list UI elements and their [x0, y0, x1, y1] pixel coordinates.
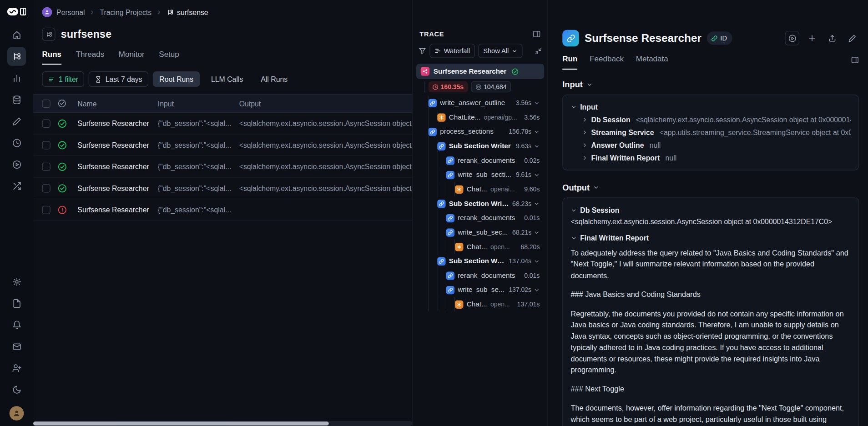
filter-chip[interactable]: 1 filter: [42, 71, 84, 87]
deployments-icon[interactable]: [7, 176, 26, 195]
view-mode-select[interactable]: Waterfall: [429, 44, 475, 58]
table-row[interactable]: Surfsense Researcher{"db_session":"<sqla…: [33, 199, 413, 221]
open-in-playground-icon[interactable]: [785, 31, 799, 45]
breadcrumb-project[interactable]: surfsense: [167, 8, 208, 16]
trace-root-node[interactable]: Surfsense Researcher: [416, 64, 544, 79]
tab-metadata[interactable]: Metadata: [636, 54, 668, 70]
row-checkbox[interactable]: [42, 141, 50, 149]
trace-node[interactable]: Sub Section Writer68.23s: [416, 196, 544, 211]
inbox-icon[interactable]: [7, 337, 26, 356]
chevron-down-icon[interactable]: [534, 129, 540, 135]
horizontal-scrollbar[interactable]: [33, 421, 413, 426]
show-all-select[interactable]: Show All: [478, 44, 522, 58]
page-title: surfsense: [61, 28, 111, 40]
column-name[interactable]: Name: [77, 99, 157, 107]
datasets-icon[interactable]: [7, 90, 26, 109]
user-avatar[interactable]: [10, 406, 24, 421]
trace-filter-icon[interactable]: [419, 47, 426, 55]
date-range-chip[interactable]: Last 7 days: [89, 71, 148, 87]
tab-feedback[interactable]: Feedback: [590, 54, 624, 70]
run-title: Surfsense Researcher: [585, 32, 701, 45]
segment-root-runs[interactable]: Root Runs: [153, 71, 200, 87]
trace-node[interactable]: process_sections156.78s: [416, 125, 544, 139]
docs-icon[interactable]: [7, 294, 26, 312]
trace-node[interactable]: write_sub_se...137.02s: [416, 283, 544, 297]
breadcrumb-org[interactable]: Personal: [56, 8, 85, 16]
tab-run[interactable]: Run: [562, 54, 577, 70]
invite-user-icon[interactable]: [7, 358, 26, 377]
input-tree-field[interactable]: Final Written Reportnull: [571, 151, 851, 164]
annotation-icon[interactable]: [7, 112, 26, 130]
run-id-badge[interactable]: ID: [707, 31, 732, 45]
run-name: Surfsense Researcher: [77, 141, 157, 149]
chevron-down-icon[interactable]: [534, 200, 540, 206]
trace-node[interactable]: Chat...open...68.20s: [416, 240, 544, 254]
chevron-down-icon[interactable]: [534, 229, 540, 235]
trace-node[interactable]: rerank_documents0.01s: [416, 211, 544, 226]
output-db-session-key[interactable]: Db Session: [571, 204, 851, 217]
chevron-down-icon[interactable]: [534, 258, 540, 264]
trace-node[interactable]: write_sub_sec...68.21s: [416, 225, 544, 240]
theme-toggle-icon[interactable]: [7, 380, 26, 399]
settings-icon[interactable]: [7, 272, 26, 291]
share-icon[interactable]: [825, 31, 839, 45]
column-input[interactable]: Input: [158, 99, 239, 107]
input-tree-field[interactable]: Answer Outlinenull: [571, 139, 851, 151]
tracing-icon[interactable]: [7, 47, 26, 65]
trace-node[interactable]: write_answer_outline3.56s: [416, 96, 544, 110]
row-checkbox[interactable]: [42, 119, 50, 127]
evaluation-icon[interactable]: [7, 69, 26, 87]
input-tree-field[interactable]: Db Session<sqlalchemy.ext.asyncio.sessio…: [571, 113, 851, 126]
chevron-down-icon[interactable]: [534, 172, 540, 178]
trace-node[interactable]: Sub Section Writer9.63s: [416, 139, 544, 153]
column-output[interactable]: Output: [239, 99, 413, 107]
tab-runs[interactable]: Runs: [42, 50, 61, 65]
row-checkbox[interactable]: [42, 184, 50, 192]
trace-node[interactable]: Chat...openai...9.60s: [416, 182, 544, 196]
segment-llm-calls[interactable]: LLM Calls: [204, 71, 250, 87]
output-report-key[interactable]: Final Written Report: [571, 231, 851, 245]
chevron-right-icon[interactable]: [582, 117, 588, 123]
org-avatar[interactable]: [42, 7, 52, 17]
home-icon[interactable]: [7, 25, 26, 44]
input-tree-root[interactable]: Input: [571, 100, 851, 113]
tab-threads[interactable]: Threads: [76, 50, 104, 65]
output-section-heading[interactable]: Output: [562, 183, 859, 192]
add-to-dataset-icon[interactable]: [805, 31, 819, 45]
breadcrumb-section[interactable]: Tracing Projects: [100, 8, 151, 16]
chevron-right-icon[interactable]: [582, 130, 588, 135]
segment-all-runs[interactable]: All Runs: [254, 71, 294, 87]
tab-setup[interactable]: Setup: [159, 50, 179, 65]
chevron-right-icon[interactable]: [582, 142, 588, 148]
chevron-down-icon[interactable]: [534, 287, 540, 293]
trace-node[interactable]: ChatLite...openai/gp...3.56s: [416, 110, 544, 125]
panel-right-icon[interactable]: [533, 30, 541, 38]
tree-guide-line: [437, 168, 446, 182]
table-row[interactable]: Surfsense Researcher{"db_session":"<sqla…: [33, 178, 413, 199]
trace-node[interactable]: rerank_documents0.01s: [416, 268, 544, 283]
row-checkbox[interactable]: [42, 205, 50, 214]
trace-node[interactable]: write_sub_secti...9.61s: [416, 168, 544, 182]
trace-node[interactable]: Sub Section Wri...137.04s: [416, 254, 544, 269]
input-tree-field[interactable]: Streaming Service<app.utils.streaming_se…: [571, 126, 851, 139]
trace-node[interactable]: rerank_documents0.02s: [416, 153, 544, 168]
chevron-right-icon[interactable]: [582, 155, 588, 161]
tab-monitor[interactable]: Monitor: [119, 50, 145, 65]
table-row[interactable]: Surfsense Researcher{"db_session":"<sqla…: [33, 135, 413, 156]
automations-icon[interactable]: [7, 133, 26, 152]
chevron-down-icon[interactable]: [534, 143, 540, 149]
chevron-down-icon[interactable]: [534, 100, 540, 106]
input-section-heading[interactable]: Input: [562, 80, 859, 89]
notifications-icon[interactable]: [7, 316, 26, 334]
table-row[interactable]: Surfsense Researcher{"db_session":"<sqla…: [33, 113, 413, 134]
scrollbar-thumb[interactable]: [33, 421, 329, 426]
trace-node[interactable]: Chat...open...137.01s: [416, 297, 544, 311]
status-column-icon[interactable]: [58, 99, 78, 108]
table-row[interactable]: Surfsense Researcher{"db_session":"<sqla…: [33, 156, 413, 177]
panel-right-icon[interactable]: [851, 56, 859, 70]
row-checkbox[interactable]: [42, 162, 50, 170]
playground-icon[interactable]: [7, 155, 26, 174]
collapse-all-icon[interactable]: [535, 47, 542, 55]
edit-icon[interactable]: [845, 31, 859, 45]
select-all-checkbox[interactable]: [42, 99, 50, 107]
